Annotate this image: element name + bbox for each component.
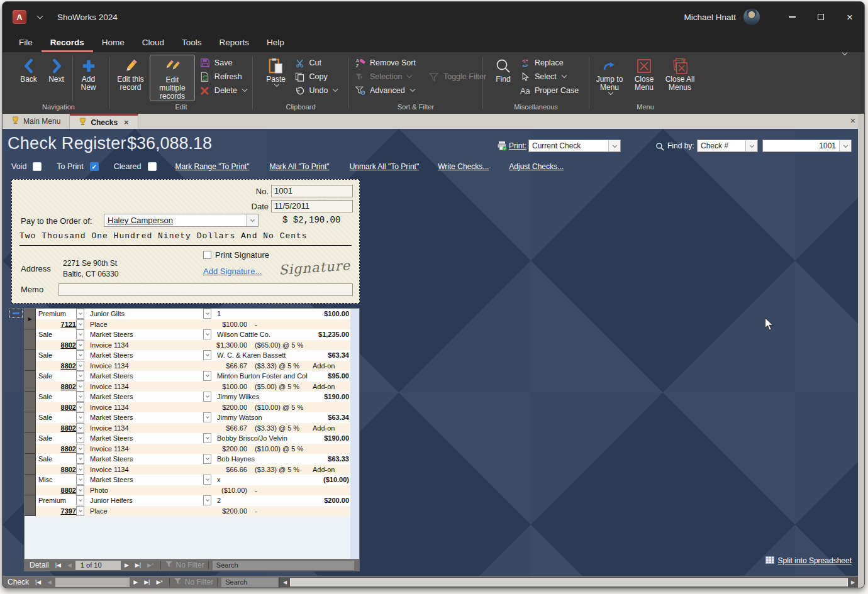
row-category-cell[interactable]: Market Steers (90, 412, 201, 422)
row-detail-cell[interactable]: Invoice 1134 (90, 444, 183, 454)
next-record-button[interactable]: ▶ (131, 579, 140, 585)
close-menu-button[interactable]: Close Menu (629, 55, 659, 92)
row-ref-link[interactable]: 7121 (37, 319, 76, 329)
dropdown-arrow-icon[interactable] (76, 392, 84, 402)
back-button[interactable]: Back (15, 55, 43, 84)
row-ref-link[interactable]: 8802 (37, 382, 76, 392)
copy-button[interactable]: Copy (291, 70, 341, 84)
window-right-scroll-strip[interactable] (858, 114, 864, 588)
quick-access-chevron-icon[interactable] (37, 13, 43, 19)
row-selector[interactable] (25, 495, 36, 516)
row-category-cell[interactable]: Market Steers (90, 475, 201, 485)
dropdown-arrow-icon[interactable] (76, 444, 84, 454)
collapse-detail-button[interactable] (9, 309, 23, 318)
check-no-input[interactable]: 1001 (271, 185, 353, 197)
row-selector[interactable] (25, 454, 36, 475)
scroll-right-icon[interactable]: ▶ (848, 580, 858, 585)
row-ref-link[interactable]: 8802 (37, 423, 76, 433)
row-detail-cell[interactable]: Place (90, 319, 183, 329)
close-all-menus-button[interactable]: Close All Menus (662, 55, 698, 92)
row-selector[interactable] (25, 371, 36, 392)
next-record-button[interactable]: ▶ (122, 562, 131, 568)
row-selector[interactable] (25, 392, 36, 412)
undo-button[interactable]: Undo (291, 84, 341, 97)
dropdown-arrow-icon[interactable] (203, 350, 211, 360)
select-button[interactable]: Select (516, 70, 582, 84)
search-input[interactable]: Search (221, 578, 278, 587)
checkbox-to-print[interactable]: ✓ (90, 162, 99, 171)
dropdown-arrow-icon[interactable] (76, 506, 84, 516)
dropdown-arrow-icon[interactable] (76, 329, 84, 339)
tab-close-icon[interactable]: × (124, 118, 129, 127)
dropdown-arrow-icon[interactable] (76, 433, 84, 443)
dropdown-arrow-icon[interactable] (76, 382, 84, 392)
proper-case-button[interactable]: Aa Proper Case (516, 84, 582, 97)
advanced-filter-button[interactable]: Advanced (352, 84, 419, 97)
tabstrip-close-button[interactable]: × (850, 116, 855, 126)
dropdown-arrow-icon[interactable] (608, 140, 620, 151)
scrollbar-thumb[interactable] (290, 578, 848, 586)
dropdown-arrow-icon[interactable] (203, 454, 211, 464)
jump-to-menu-button[interactable]: Jump to Menu (593, 55, 626, 96)
menu-cloud[interactable]: Cloud (133, 34, 173, 52)
find-by-field-select[interactable]: Check # (697, 140, 758, 152)
paste-button[interactable]: Paste (261, 55, 291, 87)
close-button[interactable]: × (835, 2, 864, 32)
dropdown-arrow-icon[interactable] (76, 495, 84, 505)
row-category-cell[interactable]: Market Steers (90, 454, 201, 464)
row-detail-cell[interactable]: Place (90, 506, 183, 516)
row-category-cell[interactable]: Market Steers (90, 329, 201, 339)
row-category-cell[interactable]: Market Steers (90, 371, 201, 381)
row-selector[interactable] (25, 412, 36, 433)
row-type-cell[interactable]: Sale (38, 412, 75, 422)
find-button[interactable]: Find (490, 55, 516, 84)
remove-sort-button[interactable]: AZ Remove Sort (352, 56, 419, 70)
delete-button[interactable]: Delete (196, 84, 250, 97)
row-detail-cell[interactable]: Invoice 1134 (90, 402, 183, 412)
row-ref-link[interactable]: 8802 (37, 465, 76, 475)
menu-records[interactable]: Records (42, 34, 93, 52)
replace-button[interactable]: bc Replace (516, 56, 582, 70)
edit-multiple-records-button[interactable]: Edit multiple records (150, 55, 195, 101)
adjust-checks-link[interactable]: Adjust Checks... (509, 162, 564, 171)
dropdown-arrow-icon[interactable] (76, 371, 84, 381)
refresh-button[interactable]: Refresh (196, 70, 250, 84)
edit-this-record-button[interactable]: Edit this record (113, 55, 148, 92)
find-by-value-select[interactable]: 1001 (762, 140, 852, 152)
row-selector[interactable] (25, 475, 36, 495)
row-selector[interactable] (25, 433, 36, 454)
mark-all-link[interactable]: Mark All "To Print" (269, 162, 329, 171)
menu-tools[interactable]: Tools (173, 34, 211, 52)
dropdown-arrow-icon[interactable] (76, 454, 84, 464)
row-ref-link[interactable]: 8802 (37, 361, 76, 371)
row-type-cell[interactable]: Premium (38, 495, 75, 505)
dropdown-arrow-icon[interactable] (76, 485, 84, 495)
row-type-cell[interactable]: Sale (38, 392, 75, 402)
row-ref-link[interactable]: 8802 (37, 444, 76, 454)
checkbox-void[interactable] (33, 162, 42, 171)
check-date-input[interactable]: 11/5/2011 (271, 200, 353, 212)
mark-range-link[interactable]: Mark Range "To Print" (175, 162, 250, 171)
row-detail-cell[interactable]: Invoice 1134 (90, 340, 183, 350)
menu-reports[interactable]: Reports (211, 34, 258, 52)
dropdown-arrow-icon[interactable] (76, 402, 84, 412)
row-type-cell[interactable]: Misc (38, 475, 75, 485)
print-signature-checkbox[interactable]: Print Signature (203, 250, 269, 260)
last-record-button[interactable]: ▶| (133, 562, 143, 568)
row-type-cell[interactable]: Sale (38, 433, 75, 443)
row-category-cell[interactable]: Market Steers (90, 392, 201, 402)
print-select[interactable]: Current Check (528, 140, 621, 152)
row-type-cell[interactable]: Premium (38, 309, 75, 319)
row-ref-link[interactable]: 8802 (37, 485, 76, 495)
row-ref-link[interactable]: 7397 (37, 506, 76, 516)
subform-scrollbar-track[interactable] (350, 309, 359, 559)
dropdown-arrow-icon[interactable] (76, 340, 84, 350)
avatar[interactable] (743, 9, 760, 25)
menu-file[interactable]: File (10, 34, 42, 52)
next-button[interactable]: Next (43, 55, 70, 84)
row-selector[interactable] (25, 329, 36, 350)
dropdown-arrow-icon[interactable] (76, 465, 84, 475)
print-link[interactable]: Print: (509, 141, 526, 150)
dropdown-arrow-icon[interactable] (76, 361, 84, 371)
row-type-cell[interactable]: Sale (38, 329, 75, 339)
